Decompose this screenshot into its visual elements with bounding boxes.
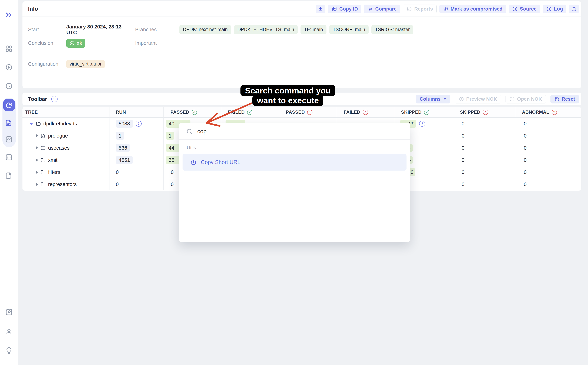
command-palette: Utils Copy Short URL xyxy=(179,123,410,242)
copy-id-button[interactable]: Copy ID xyxy=(328,5,361,13)
tree-node-label[interactable]: representors xyxy=(48,182,77,187)
reports-icon xyxy=(406,6,412,12)
toolbar-help-icon[interactable]: ? xyxy=(51,96,58,102)
external-icon xyxy=(512,6,518,12)
tree-node-label[interactable]: prologue xyxy=(48,133,68,139)
download-icon xyxy=(318,6,323,12)
external-icon xyxy=(546,6,552,12)
tree-caret-icon[interactable] xyxy=(36,158,38,162)
sidebar xyxy=(0,0,18,365)
branch-badge[interactable]: TSRIGS: master xyxy=(371,25,413,34)
copy-icon xyxy=(332,6,337,12)
palette-search-input[interactable] xyxy=(197,128,403,135)
configuration-badge[interactable]: virtio_virtio:tuor xyxy=(66,60,105,68)
important-label: Important xyxy=(130,40,179,46)
exclamation-circle-icon: ! xyxy=(307,110,312,115)
log-button[interactable]: Log xyxy=(543,5,566,13)
preview-nok-button[interactable]: Preview NOK xyxy=(455,95,501,104)
column-header-passed-err: PASSED! xyxy=(279,107,337,117)
bar-chart-icon[interactable] xyxy=(5,153,13,161)
branch-badge[interactable]: DPDK_ETHDEV_TS: main xyxy=(234,25,298,34)
tree-node-label[interactable]: filters xyxy=(48,169,60,175)
reports-button[interactable]: Reports xyxy=(403,5,437,13)
conclusion-badge: ok xyxy=(66,39,85,48)
count-badge: 4551 xyxy=(116,156,133,164)
file-icon xyxy=(40,133,46,139)
branch-badge[interactable]: DPDK: next-net-main xyxy=(179,25,231,34)
edit-pencil-icon[interactable] xyxy=(5,308,13,316)
conclusion-label: Conclusion xyxy=(22,40,66,46)
download-button[interactable] xyxy=(316,5,325,13)
tree-caret-icon[interactable] xyxy=(29,123,33,125)
dashboard-grid-icon[interactable] xyxy=(5,44,13,53)
pie-chart-icon-active[interactable] xyxy=(3,99,15,111)
column-header-passed-ok: PASSED✓ xyxy=(164,107,221,117)
column-header-tree: TREE xyxy=(22,107,110,117)
column-header-failed-ok: FAILED✓ xyxy=(221,107,279,117)
exclamation-circle-icon: ! xyxy=(483,110,488,115)
eye-icon xyxy=(459,96,464,102)
tree-caret-icon[interactable] xyxy=(36,134,38,138)
compare-button[interactable]: Compare xyxy=(364,5,400,13)
folder-icon xyxy=(40,182,46,187)
search-icon xyxy=(186,128,193,135)
idea-bulb-icon[interactable] xyxy=(5,346,13,355)
branch-badge[interactable]: TSCONF: main xyxy=(329,25,369,34)
share-icon xyxy=(571,6,577,12)
tree-node-label[interactable]: usecases xyxy=(48,145,70,151)
reset-button[interactable]: Reset xyxy=(550,95,579,104)
hint-question-icon[interactable]: ? xyxy=(136,121,142,127)
column-header-abnormal-q: ABNORMAL? xyxy=(515,107,581,117)
folder-icon xyxy=(40,157,46,163)
count-badge: 5088 xyxy=(116,120,133,128)
document-report-icon[interactable] xyxy=(5,171,13,180)
branches-list: DPDK: next-net-mainDPDK_ETHDEV_TS: mainT… xyxy=(179,25,413,34)
count-badge: 1 xyxy=(116,132,124,140)
check-circle-icon: ✓ xyxy=(247,110,253,115)
table-header-row: TREERUNPASSED✓FAILED✓PASSED!FAILED!SKIPP… xyxy=(22,107,581,118)
exclamation-circle-icon: ! xyxy=(363,110,368,115)
source-button[interactable]: Source xyxy=(509,5,540,13)
toolbar-card: Toolbar ? Columns Preview NOK Open NOK R… xyxy=(22,92,581,105)
check-circle-icon: ✓ xyxy=(192,110,197,115)
profile-person-icon[interactable] xyxy=(5,327,13,336)
info-card: Info Copy IDCompareReportsMark as compro… xyxy=(22,1,581,88)
action-bar: Copy IDCompareReportsMark as compromised… xyxy=(316,5,579,13)
count-badge: 536 xyxy=(116,144,130,152)
play-circle-icon[interactable] xyxy=(5,63,13,71)
tree-node-label[interactable]: xmit xyxy=(48,157,57,163)
eye-off-icon xyxy=(443,6,448,12)
trend-chart-icon[interactable] xyxy=(5,135,13,143)
check-circle-icon: ✓ xyxy=(424,110,429,115)
check-circle-icon xyxy=(69,41,75,46)
share-button[interactable] xyxy=(569,5,579,13)
column-header-run: RUN xyxy=(110,107,164,117)
chevron-down-icon xyxy=(443,98,446,100)
app-root: Info Copy IDCompareReportsMark as compro… xyxy=(0,0,588,365)
columns-button[interactable]: Columns xyxy=(416,95,451,104)
column-header-failed-err: FAILED! xyxy=(337,107,394,117)
hint-question-icon[interactable]: ? xyxy=(419,121,425,127)
open-nok-button[interactable]: Open NOK xyxy=(506,95,546,104)
palette-search-row xyxy=(179,123,410,140)
column-header-skipped-ok: SKIPPED✓ xyxy=(394,107,453,117)
count-badge: 1 xyxy=(166,132,174,140)
tree-node-label[interactable]: dpdk-ethdev-ts xyxy=(43,121,77,127)
sidebar-collapse-icon[interactable] xyxy=(5,11,13,19)
mark-as-compromised-button[interactable]: Mark as compromised xyxy=(439,5,506,13)
question-circle-icon: ? xyxy=(552,110,557,115)
history-clock-icon[interactable] xyxy=(5,82,13,90)
branch-badge[interactable]: TE: main xyxy=(301,25,327,34)
start-value: January 30 2024, 23:13 UTC xyxy=(66,24,130,35)
tree-caret-icon[interactable] xyxy=(36,146,38,150)
branches-label: Branches xyxy=(130,27,179,33)
share-icon xyxy=(190,159,197,165)
palette-item-copy-short-url[interactable]: Copy Short URL xyxy=(183,154,406,171)
reset-icon xyxy=(554,96,560,102)
tree-caret-icon[interactable] xyxy=(36,170,38,174)
folder-icon xyxy=(36,121,41,126)
folder-icon xyxy=(40,169,46,175)
compare-icon xyxy=(368,6,373,12)
tree-caret-icon[interactable] xyxy=(36,182,38,186)
document-log-icon[interactable] xyxy=(5,119,13,127)
